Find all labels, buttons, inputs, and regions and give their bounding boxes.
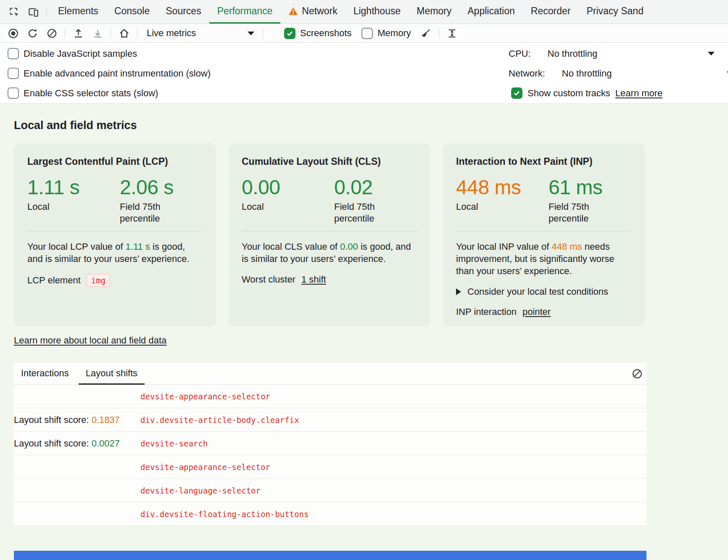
local-metric-label: Local xyxy=(456,201,519,213)
tab-network[interactable]: Network xyxy=(280,0,345,24)
tab-memory[interactable]: Memory xyxy=(409,0,459,24)
cpu-throttling-select[interactable]: No throttling xyxy=(531,48,715,59)
reload-icon xyxy=(27,28,38,39)
metric-summary: Your local LCP value of 1.11 s is good, … xyxy=(27,240,203,265)
metric-card-cls: Cumulative Layout Shift (CLS) 0.00 Local… xyxy=(228,143,430,327)
tab-privacy-sandbox[interactable]: Privacy Sand xyxy=(578,0,652,24)
reload-and-record-button[interactable] xyxy=(23,25,42,41)
layout-shift-row: devsite-language-selector xyxy=(14,479,646,502)
element-node-link[interactable]: div.devsite-floating-action-buttons xyxy=(140,510,309,519)
download-icon xyxy=(92,28,103,39)
metric-card-inp: Interaction to Next Paint (INP) 448 ms L… xyxy=(443,143,645,327)
tab-elements[interactable]: Elements xyxy=(50,0,106,24)
worst-cluster-link[interactable]: 1 shift xyxy=(301,274,326,285)
live-metrics-view-select[interactable]: Live metrics xyxy=(141,28,259,39)
screenshots-checkbox[interactable] xyxy=(284,28,295,39)
inspect-icon xyxy=(8,6,20,18)
card-divider xyxy=(27,231,203,231)
metric-card-lcp: Largest Contentful Paint (LCP) 1.11 s Lo… xyxy=(14,143,216,327)
divider xyxy=(111,28,111,39)
local-test-conditions-disclosure[interactable]: Consider your local test conditions xyxy=(456,286,631,297)
collect-garbage-button[interactable] xyxy=(416,25,435,41)
element-node-link[interactable]: devsite-search xyxy=(140,439,208,448)
lcp-element-node-link[interactable]: img xyxy=(87,274,110,287)
custom-tracks-row: Show custom tracks Learn more xyxy=(509,83,715,103)
metric-card-title: Cumulative Layout Shift (CLS) xyxy=(242,156,417,167)
disable-js-samples-checkbox[interactable] xyxy=(8,48,19,59)
local-metric-label: Local xyxy=(27,201,90,213)
element-node-link[interactable]: devsite-appearance-selector xyxy=(140,392,270,401)
local-metric-label: Local xyxy=(242,201,305,213)
inp-interaction-row: INP interaction pointer xyxy=(456,306,631,317)
network-throttling-row: Network: No throttling xyxy=(509,63,715,83)
field-metric-label: Field 75th percentile xyxy=(120,201,183,224)
inp-interaction-label: INP interaction xyxy=(456,306,517,317)
lcp-element-label: LCP element xyxy=(27,275,81,286)
worst-cluster-row: Worst cluster 1 shift xyxy=(242,274,417,285)
device-toolbar-button[interactable] xyxy=(24,0,43,24)
clear-recordings-button[interactable] xyxy=(42,25,61,41)
tab-interactions[interactable]: Interactions xyxy=(14,363,76,385)
save-profile-button[interactable] xyxy=(88,25,107,41)
learn-more-local-field-link[interactable]: Learn more about local and field data xyxy=(14,335,166,346)
home-icon xyxy=(119,28,130,39)
tab-lighthouse[interactable]: Lighthouse xyxy=(346,0,409,24)
css-selector-stats-checkbox[interactable] xyxy=(8,87,19,99)
upload-icon xyxy=(73,28,84,39)
divider xyxy=(263,28,263,39)
collapse-widgets-button[interactable] xyxy=(443,25,462,41)
tab-performance[interactable]: Performance xyxy=(209,0,281,24)
record-button[interactable] xyxy=(3,25,23,41)
devtools-tab-bar: Elements Console Sources Performance Net… xyxy=(0,0,728,24)
record-icon xyxy=(8,28,19,39)
tab-layout-shifts[interactable]: Layout shifts xyxy=(79,363,145,385)
summary-metric-value: 1.11 s xyxy=(126,241,150,252)
cpu-throttling-row: CPU: No throttling xyxy=(509,44,715,63)
tab-sources[interactable]: Sources xyxy=(158,0,209,24)
metric-card-title: Interaction to Next Paint (INP) xyxy=(456,156,631,167)
panel-tabs: Elements Console Sources Performance Net… xyxy=(50,0,652,24)
memory-checkbox-row[interactable]: Memory xyxy=(356,28,416,39)
network-throttling-select[interactable]: No throttling xyxy=(545,68,728,79)
tab-console[interactable]: Console xyxy=(106,0,158,24)
field-metric-value: 61 ms xyxy=(549,177,641,198)
divider xyxy=(439,28,439,39)
load-profile-button[interactable] xyxy=(69,25,88,41)
card-divider xyxy=(456,231,631,231)
capture-settings-pane: Disable JavaScript samples Enable advanc… xyxy=(0,43,728,104)
clear-icon xyxy=(631,368,643,380)
element-node-link[interactable]: devsite-language-selector xyxy=(140,486,261,495)
metric-values: 448 ms Local 61 ms Field 75th percentile xyxy=(456,177,631,224)
chevron-down-icon xyxy=(708,52,715,55)
collapse-expand-icon xyxy=(446,28,458,39)
layout-shift-row: devsite-appearance-selector xyxy=(14,455,646,479)
custom-tracks-checkbox[interactable] xyxy=(511,87,522,99)
screenshots-checkbox-row[interactable]: Screenshots xyxy=(279,28,356,39)
element-node-link[interactable]: devsite-appearance-selector xyxy=(140,462,270,472)
field-metric-label: Field 75th percentile xyxy=(334,201,397,224)
custom-tracks-learn-more-link[interactable]: Learn more xyxy=(615,88,663,99)
inspect-element-button[interactable] xyxy=(4,0,24,24)
live-metrics-view: Local and field metrics Largest Contentf… xyxy=(0,104,728,560)
warning-icon xyxy=(288,7,298,16)
divider xyxy=(46,6,47,18)
broom-icon xyxy=(420,28,431,39)
device-toolbar-icon xyxy=(28,6,39,18)
tab-recorder[interactable]: Recorder xyxy=(523,0,579,24)
performance-toolbar: Live metrics Screenshots Memory xyxy=(0,24,728,43)
metric-card-title: Largest Contentful Paint (LCP) xyxy=(27,156,203,167)
field-metric-label: Field 75th percentile xyxy=(549,201,612,224)
tab-application[interactable]: Application xyxy=(459,0,523,24)
element-node-link[interactable]: div.devsite-article-body.clearfix xyxy=(140,415,299,425)
metric-cards: Largest Contentful Paint (LCP) 1.11 s Lo… xyxy=(14,143,645,327)
divider xyxy=(65,28,65,39)
advanced-paint-instrumentation-checkbox[interactable] xyxy=(8,68,19,79)
block-icon xyxy=(46,28,58,39)
inp-interaction-link[interactable]: pointer xyxy=(522,306,551,317)
caret-right-icon xyxy=(456,288,461,295)
selected-log-row[interactable] xyxy=(14,551,646,560)
lcp-element-row: LCP element img xyxy=(27,274,203,287)
clear-log-button[interactable] xyxy=(628,365,646,382)
memory-checkbox[interactable] xyxy=(361,28,373,39)
home-button[interactable] xyxy=(114,25,134,41)
